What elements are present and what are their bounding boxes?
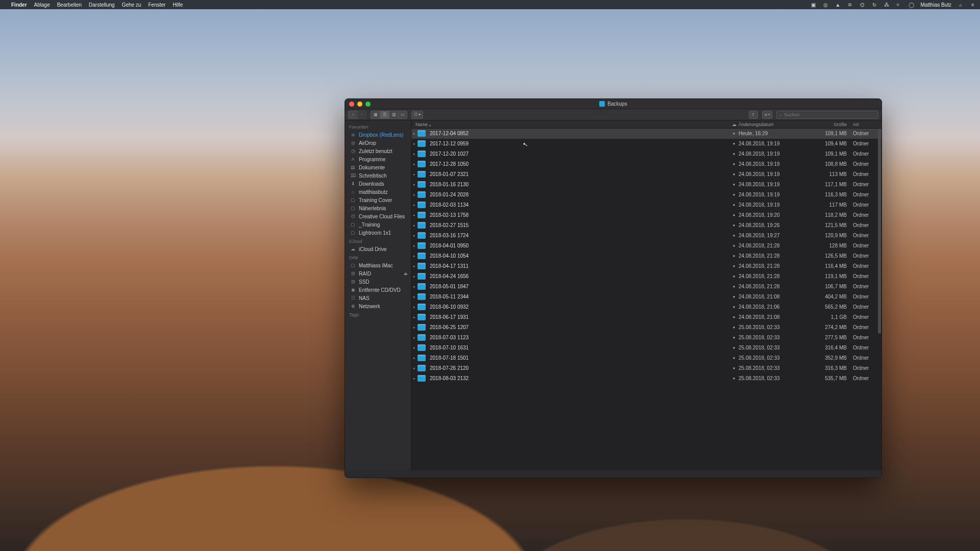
timemachine-icon[interactable]: ↻ <box>871 2 877 8</box>
disclosure-triangle-icon[interactable]: ▸ <box>411 274 418 279</box>
sidebar-item[interactable]: AProgramme <box>345 155 411 163</box>
table-row[interactable]: ▸2018-01-16 2130●24.08.2018, 19:19117,1 … <box>411 180 881 190</box>
search-field[interactable]: ⌕ Suchen <box>776 111 878 119</box>
cc-status-icon[interactable]: ⌬ <box>859 2 865 8</box>
dropbox-toolbar-button[interactable]: ⧈ ▾ <box>762 111 772 119</box>
vertical-scrollbar[interactable] <box>878 129 881 334</box>
menu-hilfe[interactable]: Hilfe <box>173 2 183 8</box>
sidebar-item[interactable]: ⧈Dropbox (RedLens) <box>345 131 411 139</box>
sidebar-item[interactable]: ▢_Training <box>345 220 411 229</box>
arrange-button[interactable]: ☷ ▾ <box>411 111 423 119</box>
sidebar-item[interactable]: ◉Entfernte CD/DVD <box>345 286 411 294</box>
table-row[interactable]: ▸2018-04-24 1656●24.08.2018, 21:28119,1 … <box>411 271 881 282</box>
menu-fenster[interactable]: Fenster <box>148 2 165 8</box>
disclosure-triangle-icon[interactable]: ▸ <box>411 234 418 238</box>
table-row[interactable]: ▸2018-04-17 1311●24.08.2018, 21:28116,4 … <box>411 261 881 271</box>
menu-gehe-zu[interactable]: Gehe zu <box>122 2 141 8</box>
disclosure-triangle-icon[interactable]: ▸ <box>411 346 418 350</box>
col-name[interactable]: Name▴ <box>411 122 729 127</box>
table-row[interactable]: ▸2018-04-01 0950●24.08.2018, 21:28128 MB… <box>411 241 881 251</box>
wifi-icon[interactable]: ᯤ <box>896 2 902 8</box>
col-icloud[interactable]: ☁ <box>729 122 739 127</box>
sidebar-item[interactable]: ☷NAS <box>345 294 411 302</box>
sidebar-item[interactable]: ◎AirDrop <box>345 139 411 147</box>
minimize-button[interactable] <box>357 102 362 107</box>
disclosure-triangle-icon[interactable]: ▸ <box>411 285 418 289</box>
list-view-button[interactable]: ☰ <box>380 111 389 119</box>
disclosure-triangle-icon[interactable]: ▸ <box>411 223 418 228</box>
sidebar-item[interactable]: ⌧Schreibtisch <box>345 171 411 180</box>
status-icon[interactable]: ▲ <box>835 2 841 8</box>
sidebar-item[interactable]: ▤Dokumente <box>345 163 411 171</box>
disclosure-triangle-icon[interactable]: ▸ <box>411 366 418 370</box>
table-row[interactable]: ▸2018-01-07 2321●24.08.2018, 19:19113 MB… <box>411 169 881 180</box>
sidebar-item[interactable]: ◷Zuletzt benutzt <box>345 147 411 155</box>
dropbox-status-icon[interactable]: ⧈ <box>847 2 853 8</box>
table-row[interactable]: ▸2018-02-27 1515●24.08.2018, 19:26121,5 … <box>411 220 881 231</box>
disclosure-triangle-icon[interactable]: ▸ <box>411 152 418 156</box>
disclosure-triangle-icon[interactable]: ▸ <box>411 305 418 309</box>
table-row[interactable]: ▸2018-06-17 1931●24.08.2018, 21:081,1 GB… <box>411 312 881 322</box>
disclosure-triangle-icon[interactable]: ▸ <box>411 264 418 268</box>
disclosure-triangle-icon[interactable]: ▸ <box>411 336 418 340</box>
status-icon[interactable]: ▣ <box>810 2 816 8</box>
disclosure-triangle-icon[interactable]: ▸ <box>411 213 418 217</box>
col-date[interactable]: Änderungsdatum <box>739 122 815 127</box>
column-view-button[interactable]: ▥ <box>389 111 398 119</box>
table-row[interactable]: ▸2018-02-13 1758●24.08.2018, 19:20118,2 … <box>411 210 881 220</box>
status-icon[interactable]: ⁂ <box>884 2 890 8</box>
menu-darstellung[interactable]: Darstellung <box>89 2 115 8</box>
disclosure-triangle-icon[interactable]: ▸ <box>411 356 418 360</box>
disclosure-triangle-icon[interactable]: ▸ <box>411 325 418 330</box>
col-size[interactable]: Größe <box>815 122 851 127</box>
menu-bearbeiten[interactable]: Bearbeiten <box>57 2 82 8</box>
table-row[interactable]: ▸2017-12-20 1027●24.08.2018, 19:19109,1 … <box>411 149 881 159</box>
table-row[interactable]: ▸2018-02-03 1134●24.08.2018, 19:19117 MB… <box>411 200 881 210</box>
disclosure-triangle-icon[interactable]: ▸ <box>411 183 418 187</box>
gallery-view-button[interactable]: ▭ <box>398 111 407 119</box>
disclosure-triangle-icon[interactable]: ▸ <box>411 315 418 319</box>
table-row[interactable]: ▸2018-07-18 1501●25.08.2018, 02:33352,9 … <box>411 353 881 363</box>
disclosure-triangle-icon[interactable]: ▸ <box>411 132 418 136</box>
zoom-button[interactable] <box>365 102 371 107</box>
table-row[interactable]: ▸2018-06-25 1207●25.08.2018, 02:33274,2 … <box>411 322 881 333</box>
forward-button[interactable]: › <box>357 111 366 119</box>
sidebar-item[interactable]: ⊟RAID⏏ <box>345 269 411 278</box>
status-icon[interactable]: ◎ <box>822 2 828 8</box>
sidebar-item[interactable]: ▢Training Cover <box>345 196 411 204</box>
back-button[interactable]: ‹ <box>348 111 357 119</box>
disclosure-triangle-icon[interactable]: ▸ <box>411 254 418 258</box>
table-row[interactable]: ▸2017-12-12 0959●24.08.2018, 19:19109,4 … <box>411 139 881 149</box>
sidebar-item[interactable]: ⊕Netzwerk <box>345 302 411 310</box>
disclosure-triangle-icon[interactable]: ▸ <box>411 377 418 381</box>
table-row[interactable]: ▸2018-07-10 1631●25.08.2018, 02:33316,4 … <box>411 343 881 353</box>
table-row[interactable]: ▸2018-03-16 1724●24.08.2018, 19:27120,9 … <box>411 231 881 241</box>
sidebar-item[interactable]: ☁iCloud Drive <box>345 245 411 253</box>
sidebar-item[interactable]: ▢Lightroom 1x1 <box>345 229 411 237</box>
user-switch-icon[interactable]: ◯ <box>908 2 914 8</box>
table-row[interactable]: ▸2017-12-04 0852●Heute, 16:29109,1 MBOrd… <box>411 129 881 139</box>
disclosure-triangle-icon[interactable]: ▸ <box>411 193 418 197</box>
disclosure-triangle-icon[interactable]: ▸ <box>411 162 418 166</box>
menubar-username[interactable]: Matthias Butz <box>920 2 951 8</box>
app-menu[interactable]: Finder <box>11 2 27 8</box>
table-row[interactable]: ▸2018-05-01 1847●24.08.2018, 21:28106,7 … <box>411 282 881 292</box>
disclosure-triangle-icon[interactable]: ▸ <box>411 142 418 146</box>
menu-ablage[interactable]: Ablage <box>34 2 50 8</box>
icon-view-button[interactable]: ▦ <box>371 111 380 119</box>
eject-icon[interactable]: ⏏ <box>404 271 408 276</box>
table-row[interactable]: ▸2018-05-11 2344●24.08.2018, 21:08404,2 … <box>411 292 881 302</box>
table-row[interactable]: ▸2018-01-24 2028●24.08.2018, 19:19116,3 … <box>411 190 881 200</box>
sidebar-item[interactable]: ⊟SSD <box>345 278 411 286</box>
disclosure-triangle-icon[interactable]: ▸ <box>411 172 418 177</box>
sidebar-item[interactable]: ⌂matthiasbutz <box>345 188 411 196</box>
table-row[interactable]: ▸2018-04-10 1054●24.08.2018, 21:28126,5 … <box>411 251 881 261</box>
titlebar[interactable]: Backups <box>345 99 881 109</box>
disclosure-triangle-icon[interactable]: ▸ <box>411 244 418 248</box>
table-row[interactable]: ▸2018-08-03 2132●25.08.2018, 02:33535,7 … <box>411 373 881 384</box>
disclosure-triangle-icon[interactable]: ▸ <box>411 295 418 299</box>
sidebar-item[interactable]: ⌬Creative Cloud Files <box>345 212 411 220</box>
disclosure-triangle-icon[interactable]: ▸ <box>411 203 418 207</box>
table-row[interactable]: ▸2017-12-28 1050●24.08.2018, 19:19108,8 … <box>411 159 881 169</box>
sidebar-item[interactable]: ▢Näherlebnis <box>345 204 411 212</box>
